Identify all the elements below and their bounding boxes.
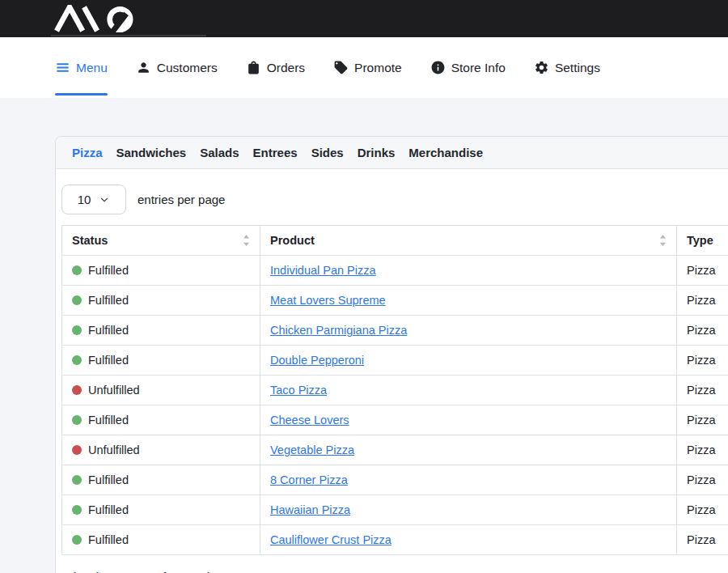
person-icon: [136, 60, 151, 75]
status-dot-green: [72, 295, 82, 305]
status-label: Unfulfilled: [88, 443, 140, 457]
column-header-status[interactable]: Status: [62, 226, 260, 256]
tab-drinks[interactable]: Drinks: [358, 146, 396, 159]
status-cell: Fulfilled: [62, 346, 260, 376]
menu-card-body: 10 entries per page StatusProductType Fu…: [56, 169, 728, 573]
pagesize-row: 10 entries per page: [61, 185, 728, 214]
type-cell: Pizza: [677, 435, 728, 465]
status-cell: Fulfilled: [62, 495, 260, 525]
table-row: FulfilledIndividual Pan PizzaPizza: [62, 256, 728, 286]
status-dot-green: [72, 535, 82, 545]
entries-per-page-select[interactable]: 10: [61, 185, 126, 214]
type-cell: Pizza: [677, 495, 728, 525]
status-dot-green: [72, 475, 82, 485]
entries-per-page-value: 10: [78, 193, 91, 206]
status-label: Fulfilled: [88, 533, 129, 547]
status-dot-green: [72, 415, 82, 425]
chevron-down-icon: [99, 194, 110, 206]
product-cell: Cauliflower Crust Pizza: [260, 525, 677, 555]
status-cell: Fulfilled: [62, 525, 260, 555]
product-cell: Taco Pizza: [260, 376, 677, 405]
tag-icon: [333, 60, 349, 75]
product-cell: Meat Lovers Supreme: [260, 286, 677, 316]
status-cell: Fulfilled: [62, 465, 260, 495]
product-link[interactable]: Vegetable Pizza: [270, 444, 354, 456]
tab-salads[interactable]: Salads: [200, 146, 239, 159]
table-header-row: StatusProductType: [62, 226, 728, 256]
product-link[interactable]: Double Pepperoni: [270, 354, 364, 367]
logo-underline: [51, 35, 206, 36]
tab-sandwiches[interactable]: Sandwiches: [116, 146, 187, 159]
status-dot-green: [72, 505, 82, 515]
tab-sides[interactable]: Sides: [311, 146, 344, 159]
table-row: Fulfilled8 Corner PizzaPizza: [62, 465, 728, 495]
tab-entrees[interactable]: Entrees: [253, 146, 298, 159]
type-cell: Pizza: [677, 465, 728, 495]
status-label: Fulfilled: [88, 503, 129, 517]
product-link[interactable]: Chicken Parmigiana Pizza: [270, 324, 407, 337]
type-cell: Pizza: [677, 286, 728, 316]
status-dot-green: [72, 265, 82, 275]
nav-item-customers[interactable]: Customers: [136, 37, 218, 98]
column-label: Status: [72, 233, 108, 248]
type-cell: Pizza: [677, 256, 728, 286]
product-cell: Vegetable Pizza: [260, 435, 677, 465]
status-label: Fulfilled: [88, 263, 129, 278]
column-label: Type: [687, 233, 713, 248]
entries-per-page-label: entries per page: [138, 193, 225, 206]
nav-item-store-info[interactable]: Store Info: [430, 37, 506, 98]
table-row: FulfilledCheese LoversPizza: [62, 405, 728, 435]
product-link[interactable]: Cheese Lovers: [270, 414, 349, 427]
status-dot-green: [72, 355, 82, 365]
status-cell: Unfulfilled: [62, 435, 260, 465]
status-label: Fulfilled: [88, 323, 129, 337]
status-label: Unfulfilled: [88, 383, 140, 397]
column-label: Product: [270, 233, 315, 248]
status-cell: Fulfilled: [62, 405, 260, 435]
nav-item-settings[interactable]: Settings: [534, 37, 600, 98]
sort-icon[interactable]: [659, 235, 667, 246]
status-label: Fulfilled: [88, 473, 129, 487]
column-header-type[interactable]: Type: [677, 226, 728, 256]
product-cell: Chicken Parmigiana Pizza: [260, 316, 677, 346]
nav-item-label: Customers: [157, 61, 218, 75]
nav-item-label: Menu: [76, 61, 108, 75]
status-dot-red: [72, 445, 82, 455]
nav-item-label: Store Info: [451, 61, 506, 75]
products-table: StatusProductType FulfilledIndividual Pa…: [61, 225, 728, 555]
table-row: UnfulfilledTaco PizzaPizza: [62, 376, 728, 405]
category-tabs: PizzaSandwichesSaladsEntreesSidesDrinksM…: [56, 137, 728, 169]
brand-logo[interactable]: [50, 5, 146, 36]
status-cell: Fulfilled: [62, 316, 260, 346]
product-link[interactable]: Cauliflower Crust Pizza: [270, 533, 392, 546]
type-cell: Pizza: [677, 316, 728, 346]
nav-item-orders[interactable]: Orders: [246, 37, 305, 98]
menu-card: PizzaSandwichesSaladsEntreesSidesDrinksM…: [55, 136, 728, 573]
status-cell: Fulfilled: [62, 256, 260, 286]
status-dot-red: [72, 385, 82, 395]
column-header-product[interactable]: Product: [260, 226, 677, 256]
sort-icon[interactable]: [243, 235, 250, 246]
type-cell: Pizza: [677, 405, 728, 435]
status-label: Fulfilled: [88, 353, 129, 367]
product-link[interactable]: Hawaiian Pizza: [270, 503, 350, 516]
info-icon: [430, 60, 446, 75]
nav-item-label: Orders: [267, 61, 305, 75]
type-cell: Pizza: [677, 376, 728, 405]
product-link[interactable]: Meat Lovers Supreme: [270, 294, 386, 307]
product-link[interactable]: Taco Pizza: [270, 384, 327, 397]
tab-merchandise[interactable]: Merchandise: [408, 146, 483, 159]
nav-item-label: Promote: [354, 61, 402, 75]
table-row: UnfulfilledVegetable PizzaPizza: [62, 435, 728, 465]
main-navbar: MenuCustomersOrdersPromoteStore InfoSett…: [0, 37, 728, 98]
menu-icon: [55, 60, 70, 75]
status-cell: Unfulfilled: [62, 376, 260, 405]
type-cell: Pizza: [677, 346, 728, 376]
nav-item-promote[interactable]: Promote: [333, 37, 402, 98]
table-row: FulfilledChicken Parmigiana PizzaPizza: [62, 316, 728, 346]
nav-item-menu[interactable]: Menu: [55, 37, 108, 98]
tab-pizza[interactable]: Pizza: [72, 146, 103, 159]
product-link[interactable]: 8 Corner Pizza: [270, 473, 348, 486]
status-dot-green: [72, 325, 82, 335]
product-link[interactable]: Individual Pan Pizza: [270, 264, 376, 277]
